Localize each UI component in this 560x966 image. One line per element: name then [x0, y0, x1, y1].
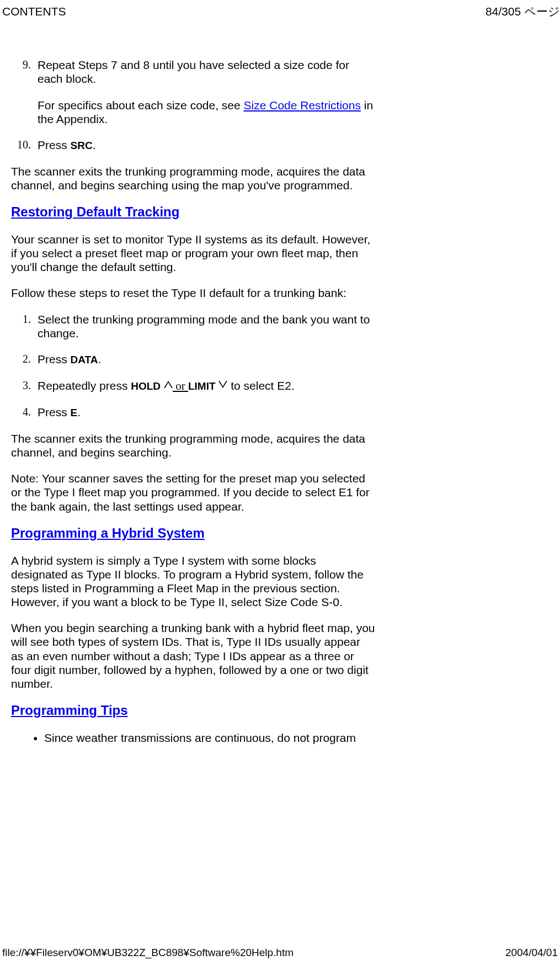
bullet-text: Since weather transmissions are continuo… [44, 731, 356, 745]
body-text: Repeatedly press [38, 379, 131, 392]
list-item: 1. Select the trunking programming mode … [11, 312, 375, 340]
body-text: or [173, 379, 188, 392]
page-header: CONTENTS 84/305 ページ [0, 0, 560, 18]
triangle-down-icon [218, 382, 227, 390]
list-text: Select the trunking programming mode and… [38, 312, 375, 340]
body-text: Repeat Steps 7 and 8 until you have sele… [38, 59, 349, 85]
header-title: CONTENTS [0, 4, 66, 18]
body-text: . [77, 406, 81, 418]
heading-restoring-default-tracking[interactable]: Restoring Default Tracking [11, 204, 375, 220]
list-text: Repeat Steps 7 and 8 until you have sele… [38, 58, 375, 126]
list-item: 10. Press SRC. [11, 138, 375, 152]
list-item: 9. Repeat Steps 7 and 8 until you have s… [11, 58, 375, 126]
document-content: 9. Repeat Steps 7 and 8 until you have s… [0, 18, 386, 745]
list-item: 3. Repeatedly press HOLD or LIMIT to sel… [11, 379, 375, 393]
body-text: . [98, 353, 101, 365]
list-text: Press SRC. [38, 138, 375, 152]
list-number: 1. [11, 312, 38, 340]
paragraph: The scanner exits the trunking programmi… [11, 432, 375, 459]
paragraph: Note: Your scanner saves the setting for… [11, 471, 375, 513]
body-text: Press [38, 406, 71, 418]
footer-date: 2004/04/01 [505, 947, 558, 959]
heading-programming-hybrid-system[interactable]: Programming a Hybrid System [11, 526, 375, 542]
list-number: 4. [11, 405, 38, 420]
size-code-restrictions-link[interactable]: Size Code Restrictions [244, 99, 361, 112]
body-text: For specifics about each size code, see [38, 99, 244, 112]
header-page-indicator: 84/305 ページ [486, 4, 560, 18]
key-label: SRC [71, 140, 93, 151]
paragraph: Follow these steps to reset the Type II … [11, 286, 375, 300]
key-label: HOLD [131, 380, 161, 392]
list-item: 2. Press DATA. [11, 352, 375, 367]
list-text: Press DATA. [38, 352, 375, 367]
body-text: Press [38, 353, 71, 365]
body-text: to select E2. [227, 379, 294, 392]
footer-path: file://¥¥Fileserv0¥OM¥UB322Z_BC898¥Softw… [2, 947, 294, 959]
paragraph: A hybrid system is simply a Type I syste… [11, 554, 375, 609]
list-number: 3. [11, 379, 38, 393]
bullet-item: ● Since weather transmissions are contin… [11, 731, 375, 745]
triangle-up-icon [164, 382, 173, 390]
body-text: . [93, 139, 96, 151]
paragraph: The scanner exits the trunking programmi… [11, 164, 375, 192]
list-number: 2. [11, 352, 38, 367]
bullet-icon: ● [33, 731, 44, 745]
heading-programming-tips[interactable]: Programming Tips [11, 703, 375, 719]
list-item: 4. Press E. [11, 405, 375, 420]
sub-paragraph: For specifics about each size code, see … [38, 98, 375, 126]
list-number: 10. [11, 138, 38, 152]
page-footer: file://¥¥Fileserv0¥OM¥UB322Z_BC898¥Softw… [0, 947, 560, 959]
paragraph: Your scanner is set to monitor Type II s… [11, 232, 375, 274]
key-label: DATA [71, 354, 98, 365]
list-text: Press E. [38, 405, 375, 420]
paragraph: When you begin searching a trunking bank… [11, 621, 375, 691]
key-label: LIMIT [188, 380, 216, 392]
list-text: Repeatedly press HOLD or LIMIT to select… [38, 379, 375, 393]
list-number: 9. [11, 58, 38, 126]
body-text: Press [38, 139, 71, 151]
key-label: E [71, 407, 78, 418]
